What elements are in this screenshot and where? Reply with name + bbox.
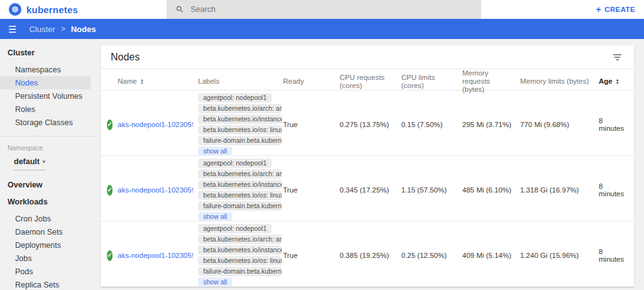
page-title: Nodes (111, 52, 140, 63)
node-labels-cell: agentpool: nodepool1beta.kubernetes.io/a… (198, 156, 283, 224)
label-chip: beta.kubernetes.io/arch: amd… (198, 169, 282, 179)
memory-limits-cell: 1.240 Gi (15.96%) (520, 221, 599, 287)
table-row: ✓aks-nodepool1-10230590-vm…agentpool: no… (101, 91, 634, 156)
node-name-cell: aks-nodepool1-10230590-vm… (118, 156, 198, 224)
sidebar-workload-items: Cron JobsDaemon SetsDeploymentsJobsPodsR… (0, 212, 96, 290)
column-header-age-label: Age (599, 77, 613, 86)
filter-icon[interactable] (611, 52, 624, 63)
label-chip: agentpool: nodepool1 (198, 159, 272, 168)
sidebar-item-namespaces[interactable]: Namespaces (0, 63, 96, 76)
node-status-cell: ✓ (107, 91, 118, 159)
age-cell: 8 minutes (599, 156, 634, 224)
brand-name: kubernetes (26, 4, 78, 15)
sidebar-item-nodes[interactable]: Nodes (0, 76, 91, 89)
node-name-cell: aks-nodepool1-10230590-vm… (118, 91, 198, 159)
table-body: ✓aks-nodepool1-10230590-vm…agentpool: no… (101, 91, 634, 287)
search-input[interactable] (191, 5, 442, 14)
ready-cell: True (283, 221, 340, 287)
app-logo[interactable]: ☸ kubernetes (0, 3, 78, 16)
label-chip: beta.kubernetes.io/os: linux (198, 256, 282, 265)
memory-requests-cell: 485 Mi (6.10%) (462, 156, 520, 224)
show-all-button[interactable]: show all (198, 147, 232, 156)
sidebar-item-storage-classes[interactable]: Storage Classes (0, 116, 96, 129)
app-header: ☸ kubernetes + CREATE (0, 0, 644, 19)
ready-cell: True (283, 91, 340, 159)
sidebar-item-roles[interactable]: Roles (0, 103, 96, 116)
label-chip: beta.kubernetes.io/instance-t… (198, 180, 282, 189)
label-chip: agentpool: nodepool1 (198, 93, 272, 103)
label-chip: beta.kubernetes.io/os: linux (198, 125, 282, 135)
memory-limits-cell: 1.318 Gi (16.97%) (520, 156, 599, 224)
cpu-limits-cell: 0.25 (12.50%) (401, 221, 462, 287)
table-row: ✓aks-nodepool1-10230590-vm…agentpool: no… (101, 221, 634, 287)
sidebar-cluster-items: NamespacesNodesPersistent VolumesRolesSt… (0, 63, 96, 129)
breadcrumb-section[interactable]: Cluster (29, 25, 55, 34)
breadcrumb-separator-icon: > (61, 25, 65, 33)
breadcrumb-bar: ☰ Cluster > Nodes (0, 19, 644, 39)
sort-icon: ▲▼ (140, 79, 144, 85)
sidebar-item-cron-jobs[interactable]: Cron Jobs (0, 212, 96, 225)
sidebar-header-cluster[interactable]: Cluster (0, 39, 96, 63)
sidebar-item-jobs[interactable]: Jobs (0, 252, 96, 265)
node-name-link[interactable]: aks-nodepool1-10230590-vm… (118, 121, 193, 128)
node-labels-cell: agentpool: nodepool1beta.kubernetes.io/a… (198, 91, 283, 159)
sort-icon: ▲▼ (616, 79, 619, 85)
sidebar-item-persistent-volumes[interactable]: Persistent Volumes (0, 89, 96, 103)
cpu-requests-cell: 0.385 (19.25%) (340, 221, 401, 287)
sidebar-item-daemon-sets[interactable]: Daemon Sets (0, 225, 96, 238)
node-labels-cell: agentpool: nodepool1beta.kubernetes.io/a… (198, 221, 283, 287)
age-cell: 8 minutes (599, 91, 634, 159)
label-chip: failure-domain.beta.kubernet… (198, 201, 282, 211)
cpu-requests-cell: 0.275 (13.75%) (340, 91, 401, 159)
hamburger-menu-icon[interactable]: ☰ (8, 25, 16, 34)
status-ok-icon: ✓ (107, 120, 113, 130)
sidebar-item-pods[interactable]: Pods (0, 265, 96, 278)
label-chip: beta.kubernetes.io/instance-t… (198, 114, 282, 124)
label-chip: beta.kubernetes.io/arch: amd… (198, 235, 282, 244)
sidebar-item-overview[interactable]: Overview (0, 170, 96, 189)
namespace-select[interactable]: default ▾ (14, 157, 45, 170)
node-name-link[interactable]: aks-nodepool1-10230590-vm… (118, 186, 193, 194)
card-title-row: Nodes (101, 45, 634, 69)
table-row: ✓aks-nodepool1-10230590-vm…agentpool: no… (101, 156, 634, 221)
label-chip: failure-domain.beta.kubernet… (198, 136, 282, 145)
search-icon (175, 5, 184, 14)
breadcrumb-current-page: Nodes (71, 25, 96, 34)
kubernetes-logo-icon: ☸ (9, 3, 21, 16)
node-status-cell: ✓ (107, 221, 118, 287)
memory-requests-cell: 409 Mi (5.14%) (462, 221, 520, 287)
show-all-button[interactable]: show all (198, 212, 232, 221)
label-chip: beta.kubernetes.io/instance-t… (198, 245, 282, 255)
status-ok-icon: ✓ (107, 250, 113, 261)
nodes-card: Nodes Name ▲▼ Labels Ready CPU requests … (101, 45, 634, 287)
sidebar-header-workloads[interactable]: Workloads (0, 189, 96, 212)
memory-requests-cell: 295 Mi (3.71%) (462, 91, 520, 159)
chevron-down-icon: ▾ (42, 159, 45, 165)
label-chip: beta.kubernetes.io/arch: amd… (198, 104, 282, 113)
show-all-button[interactable]: show all (198, 277, 232, 287)
memory-limits-cell: 770 Mi (9.68%) (520, 91, 599, 159)
cpu-limits-cell: 1.15 (57.50%) (401, 156, 462, 224)
cpu-requests-cell: 0.345 (17.25%) (340, 156, 401, 224)
namespace-label: Namespace (0, 137, 96, 152)
create-button[interactable]: + CREATE (596, 0, 635, 19)
create-button-label: CREATE (604, 6, 635, 13)
plus-icon: + (596, 5, 602, 14)
search-bar[interactable] (167, 0, 481, 19)
node-status-cell: ✓ (107, 156, 118, 224)
node-name-cell: aks-nodepool1-10230590-vm… (118, 221, 198, 287)
age-cell: 8 minutes (599, 221, 634, 287)
label-chip: failure-domain.beta.kubernet… (198, 267, 282, 276)
label-chip: agentpool: nodepool1 (198, 224, 272, 233)
ready-cell: True (283, 156, 340, 224)
sidebar-nav: Cluster NamespacesNodesPersistent Volume… (0, 39, 96, 290)
cpu-limits-cell: 0.15 (7.50%) (401, 91, 462, 159)
sidebar-item-deployments[interactable]: Deployments (0, 238, 96, 252)
sidebar-item-replica-sets[interactable]: Replica Sets (0, 278, 96, 290)
status-ok-icon: ✓ (107, 185, 113, 196)
column-header-name-label: Name (118, 77, 137, 86)
namespace-selected-value: default (14, 157, 40, 166)
label-chip: beta.kubernetes.io/os: linux (198, 191, 282, 200)
table-header-row: Name ▲▼ Labels Ready CPU requests (cores… (101, 69, 634, 91)
node-name-link[interactable]: aks-nodepool1-10230590-vm… (118, 252, 193, 259)
